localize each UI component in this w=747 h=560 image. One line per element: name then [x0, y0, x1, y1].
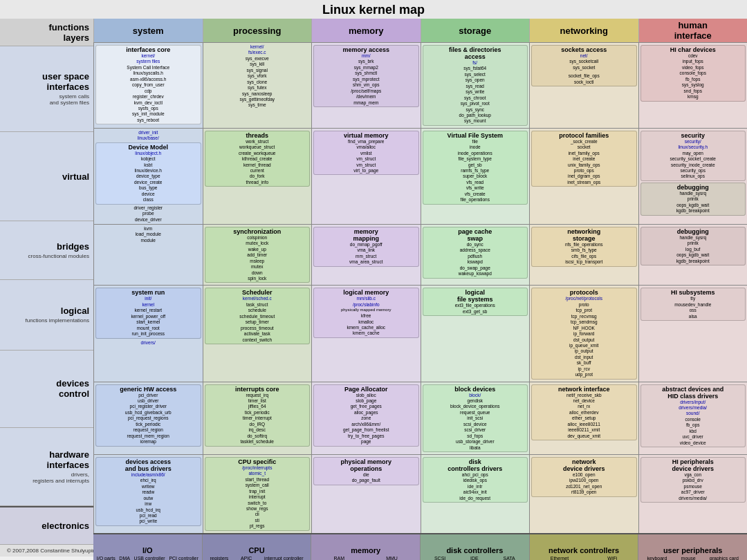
cell-bridges-system: kvmload_modulemodule	[93, 225, 203, 286]
row-label-hardware: hardwareinterfaces drivers,registers and…	[0, 428, 93, 506]
col-header-storage: storage	[421, 19, 530, 42]
cell-devices-networking: network interface netif_receive_skbnet_d…	[529, 382, 638, 454]
cell-devices-human: abstract devices andHID class drivers dr…	[638, 382, 748, 454]
cell-electronics-processing: CPU registers APIC interrupt controller	[202, 534, 311, 560]
cell-electronics-human: user peripherals keyboard mouse graphics…	[638, 534, 747, 560]
cell-bridges-human: debugging handle_sysrqprintklog_bufoops_…	[638, 225, 748, 286]
row-label-logical: logical functions implementations	[0, 280, 93, 351]
row-label-user-space: user spaceinterfaces system callsand sys…	[0, 46, 93, 132]
cell-bridges-networking: networkingstorage nfs_file_operationssmb…	[529, 225, 638, 286]
cell-devices-memory: Page Allocator slob_allocslob_pageget_fr…	[311, 382, 421, 454]
cell-user-processing: kernel/fs/exec.c sys_execvesys_killsys_s…	[203, 43, 312, 128]
row-virtual: driver_initlinux/base/ Device Model linu…	[93, 128, 747, 224]
row-logical: system run init/kernel kernel_restartker…	[93, 285, 747, 381]
row-label-virtual: virtual	[0, 132, 93, 221]
cell-virtual-storage: Virtual File System fileinodeinode_opera…	[421, 129, 530, 224]
cell-user-memory: memory access mm/ sys_brksys_mmap2sys_sh…	[311, 43, 421, 128]
cell-user-human: HI char devices cdevinput_fopsvideo_fops…	[638, 43, 748, 128]
cell-electronics-storage: disk controllers SCSI IDE SATA	[420, 534, 529, 560]
cell-user-system: interfaces core kernel/system files Syst…	[93, 43, 203, 128]
col-header-memory: memory	[311, 19, 421, 42]
cell-hardware-system: devices accessand bus drivers include/as…	[93, 455, 203, 533]
page-title: Linux kernel map	[0, 0, 747, 19]
row-label-devices: devicescontrol	[0, 351, 93, 429]
cell-devices-system: generic HW access pci_driverusb_driverpc…	[93, 382, 203, 454]
cell-virtual-human: security security/linux/security.h may_o…	[638, 129, 748, 224]
column-headers: system processing memory storage network…	[93, 19, 747, 42]
cell-user-storage: files & directoriesaccess fs/ sys_fstat6…	[421, 43, 530, 128]
cell-virtual-memory: virtual memory find_vma_preparevma/alloc…	[311, 129, 421, 224]
cell-hardware-memory: physical memoryoperations diedo_page_fau…	[311, 455, 421, 533]
col-header-human: humaninterface	[638, 19, 748, 42]
cell-hardware-storage: diskcontrollers drivers ahci_pci_opsided…	[421, 455, 530, 533]
cell-virtual-system: driver_initlinux/base/ Device Model linu…	[93, 129, 203, 224]
row-bridges: kvmload_modulemodule synchronization col…	[93, 224, 747, 286]
left-labels: functionslayers user spaceinterfaces sys…	[0, 19, 93, 544]
row-label-electronics: electronics	[0, 506, 93, 544]
cell-logical-storage: logicalfile systems ext3_file_operations…	[421, 286, 530, 381]
cell-logical-memory: logical memory mm/slib.c/proc/slabinfo p…	[311, 286, 421, 381]
cell-logical-processing: Scheduler kernel/sched.c task_structsche…	[203, 286, 312, 381]
cell-virtual-networking: protocol families _sock_createsocketinet…	[529, 129, 638, 224]
cell-logical-system: system run init/kernel kernel_restartker…	[93, 286, 203, 381]
cell-logical-human: HI subsystems ttymousedev_handleossalsa	[638, 286, 748, 381]
cell-devices-processing: interrupts core request_irqtimer_listjif…	[203, 382, 312, 454]
cell-hardware-human: HI peripheralsdevice drivers vga_conpskb…	[638, 455, 748, 533]
cell-bridges-memory: memorymapping do_mmap_pgoffvma_linkmm_st…	[311, 225, 421, 286]
row-hardware: devices accessand bus drivers include/as…	[93, 454, 747, 533]
cell-logical-networking: protocols /proc/net/protocols prototcp_p…	[529, 286, 638, 381]
content-grid: system processing memory storage network…	[93, 19, 747, 544]
row-electronics: I/O I/O parts DMA USB controller PCI con…	[93, 533, 747, 560]
row-label-bridges: bridges cross-functional modules	[0, 221, 93, 280]
header-label: functionslayers	[0, 19, 93, 46]
cell-devices-storage: block devices block/ gendiskblock_device…	[421, 382, 530, 454]
cell-bridges-processing: synchronization colspinionmutex_lockwake…	[203, 225, 312, 286]
row-devices: generic HW access pci_driverusb_driverpc…	[93, 382, 747, 454]
cell-electronics-memory: memory RAM MMU	[311, 534, 420, 560]
cell-electronics-networking: network controllers Ethernet WiFi	[529, 534, 638, 560]
col-header-processing: processing	[203, 19, 312, 42]
header-label-text: functionslayers	[49, 22, 90, 43]
rows-area: interfaces core kernel/system files Syst…	[93, 42, 747, 560]
col-header-system: system	[93, 19, 203, 42]
cell-hardware-processing: CPU specific /proc/interruptsatomic_t st…	[203, 455, 312, 533]
col-header-networking: networking	[529, 19, 638, 42]
cell-hardware-networking: networkdevice drivers e100_openipw2100_o…	[529, 455, 638, 533]
row-user-space: interfaces core kernel/system files Syst…	[93, 42, 747, 128]
cell-user-networking: sockets access net/ sys_socketcallsys_so…	[529, 43, 638, 128]
cell-electronics-system: I/O I/O parts DMA USB controller PCI con…	[93, 534, 202, 560]
cell-bridges-storage: page cacheswap do_syncaddress_spacepdflu…	[421, 225, 530, 286]
cell-virtual-processing: threads work_structworkqueue_structcreat…	[203, 129, 312, 224]
